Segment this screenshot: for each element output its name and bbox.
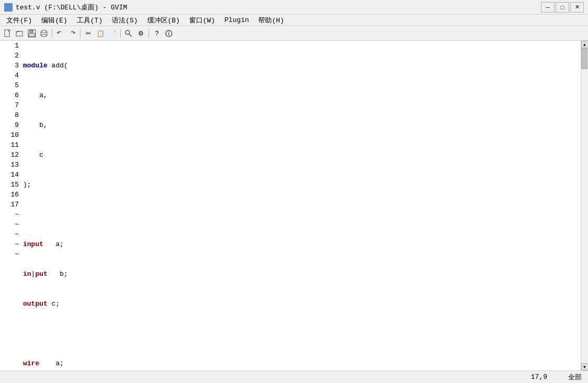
titlebar-controls: ─ □ ✕ [541,2,584,13]
linenum-22: ~ [2,249,19,259]
code-content[interactable]: module add( a, b, c ); input a; in|put b… [21,41,581,370]
linenum-16: 16 [2,190,19,200]
toolbar-settings[interactable]: ⚙ [135,28,146,39]
menu-buffer[interactable]: 缓冲区(B) [143,15,184,26]
linenum-10: 10 [2,130,19,140]
code-line-3: b, [23,120,579,130]
toolbar: ✂ 📋 📄 ⚙ ? [0,26,588,41]
linenum-5: 5 [2,80,19,90]
menu-file[interactable]: 文件(F) [2,15,36,26]
code-line-10 [23,329,579,339]
svg-rect-6 [42,34,46,37]
code-line-2: a, [23,90,579,100]
vertical-scrollbar[interactable]: ▲ ▼ [581,41,588,370]
linenum-9: 9 [2,120,19,130]
menu-tools[interactable]: 工具(T) [73,15,107,26]
linenum-6: 6 [2,90,19,100]
statusbar: 17,9 全部 [0,370,588,383]
cursor-position: 17,9 [531,373,547,381]
toolbar-undo[interactable] [54,28,66,39]
linenum-4: 4 [2,71,19,80]
scroll-thumb[interactable] [581,48,587,69]
close-button[interactable]: ✕ [570,2,584,13]
menu-help[interactable]: 帮助(H) [254,15,288,26]
code-line-9: output c; [23,299,579,309]
menu-syntax[interactable]: 语法(S) [108,15,142,26]
linenum-8: 8 [2,110,19,120]
code-line-11: wire a; [23,358,579,368]
toolbar-info[interactable] [163,28,175,39]
menubar: 文件(F) 编辑(E) 工具(T) 语法(S) 缓冲区(B) 窗口(W) Plu… [0,15,588,26]
linenum-18: ~ [2,210,19,219]
toolbar-find[interactable] [123,28,134,39]
code-line-6 [23,210,579,219]
linenum-20: ~ [2,229,19,239]
toolbar-cut[interactable]: ✂ [83,28,94,39]
editor[interactable]: 1 2 3 4 5 6 7 8 9 10 11 12 13 14 15 16 1… [0,41,581,370]
code-line-4: c [23,150,579,160]
titlebar-left: ▶ test.v (F:\DELL\桌面) - GVIM [4,3,127,12]
linenum-3: 3 [2,61,19,71]
toolbar-open[interactable] [14,28,26,39]
toolbar-sep1 [52,29,52,38]
linenum-1: 1 [2,41,19,51]
toolbar-sep2 [80,29,80,38]
toolbar-new[interactable] [2,28,14,39]
toolbar-help[interactable]: ? [151,28,163,39]
svg-rect-7 [42,30,46,32]
scroll-down-button[interactable]: ▼ [581,363,589,370]
scroll-up-button[interactable]: ▲ [581,41,589,48]
svg-rect-3 [30,30,33,32]
svg-point-11 [168,31,169,32]
view-mode: 全部 [568,373,582,382]
code-line-7: input a; [23,239,579,249]
code-line-8: in|put b; [23,269,579,279]
linenum-2: 2 [2,51,19,61]
code-line-1: module add( [23,61,579,71]
linenum-12: 12 [2,150,19,160]
linenum-11: 11 [2,140,19,150]
linenum-17: 17 [2,200,19,210]
app-icon: ▶ [4,3,13,11]
toolbar-sep4 [148,29,149,38]
maximize-button[interactable]: □ [556,2,569,13]
code-area: 1 2 3 4 5 6 7 8 9 10 11 12 13 14 15 16 1… [0,41,581,370]
svg-point-8 [125,30,130,34]
menu-window[interactable]: 窗口(W) [185,15,219,26]
line-numbers: 1 2 3 4 5 6 7 8 9 10 11 12 13 14 15 16 1… [0,41,21,370]
linenum-19: ~ [2,219,19,229]
toolbar-redo[interactable] [66,28,78,39]
linenum-14: 14 [2,170,19,180]
code-line-5: ); [23,180,579,190]
svg-line-9 [129,34,132,37]
linenum-21: ~ [2,239,19,249]
toolbar-print[interactable] [38,28,50,39]
svg-rect-4 [29,33,35,37]
menu-edit[interactable]: 编辑(E) [37,15,71,26]
scroll-track[interactable] [581,48,588,363]
toolbar-save[interactable] [26,28,38,39]
editor-main: 1 2 3 4 5 6 7 8 9 10 11 12 13 14 15 16 1… [0,41,588,370]
minimize-button[interactable]: ─ [541,2,555,13]
linenum-15: 15 [2,180,19,190]
titlebar: ▶ test.v (F:\DELL\桌面) - GVIM ─ □ ✕ [0,0,588,15]
window-title: test.v (F:\DELL\桌面) - GVIM [16,3,127,12]
linenum-7: 7 [2,100,19,110]
linenum-13: 13 [2,160,19,170]
toolbar-copy[interactable]: 📋 [95,28,106,39]
toolbar-paste[interactable]: 📄 [107,28,118,39]
toolbar-sep3 [120,29,121,38]
menu-plugin[interactable]: Plugin [220,15,253,25]
